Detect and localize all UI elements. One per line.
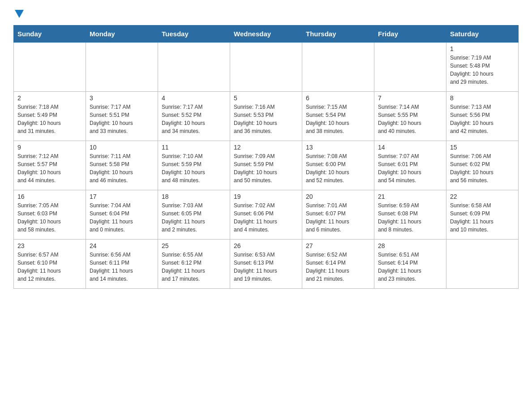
day-info: Sunrise: 6:57 AM Sunset: 6:10 PM Dayligh… xyxy=(17,251,82,283)
day-info: Sunrise: 6:58 AM Sunset: 6:09 PM Dayligh… xyxy=(450,201,515,234)
header-cell-tuesday: Tuesday xyxy=(158,26,230,43)
header-cell-friday: Friday xyxy=(374,26,446,43)
day-number: 6 xyxy=(306,94,370,102)
day-number: 25 xyxy=(162,242,226,249)
day-info: Sunrise: 7:04 AM Sunset: 6:04 PM Dayligh… xyxy=(90,201,154,234)
calendar-cell: 22Sunrise: 6:58 AM Sunset: 6:09 PM Dayli… xyxy=(446,190,519,240)
day-info: Sunrise: 6:53 AM Sunset: 6:13 PM Dayligh… xyxy=(234,251,298,283)
calendar-cell xyxy=(86,43,158,92)
calendar-cell: 7Sunrise: 7:14 AM Sunset: 5:55 PM Daylig… xyxy=(374,92,446,141)
day-number: 22 xyxy=(450,193,515,200)
calendar-cell: 11Sunrise: 7:10 AM Sunset: 5:59 PM Dayli… xyxy=(158,141,230,190)
calendar-cell: 13Sunrise: 7:08 AM Sunset: 6:00 PM Dayli… xyxy=(302,141,374,190)
week-row-1: 1Sunrise: 7:19 AM Sunset: 5:48 PM Daylig… xyxy=(14,43,519,92)
calendar-cell: 4Sunrise: 7:17 AM Sunset: 5:52 PM Daylig… xyxy=(158,92,230,141)
calendar-cell xyxy=(14,43,86,92)
calendar-cell: 20Sunrise: 7:01 AM Sunset: 6:07 PM Dayli… xyxy=(302,190,374,240)
day-info: Sunrise: 7:10 AM Sunset: 5:59 PM Dayligh… xyxy=(162,152,226,184)
day-number: 18 xyxy=(162,193,226,200)
day-number: 5 xyxy=(234,94,298,102)
day-number: 3 xyxy=(90,94,154,102)
calendar-cell xyxy=(158,43,230,92)
day-info: Sunrise: 7:11 AM Sunset: 5:58 PM Dayligh… xyxy=(90,152,154,184)
day-number: 15 xyxy=(450,144,515,151)
day-number: 8 xyxy=(450,94,515,102)
calendar-cell: 15Sunrise: 7:06 AM Sunset: 6:02 PM Dayli… xyxy=(446,141,519,190)
calendar-cell: 27Sunrise: 6:52 AM Sunset: 6:14 PM Dayli… xyxy=(302,240,374,289)
calendar-cell: 18Sunrise: 7:03 AM Sunset: 6:05 PM Dayli… xyxy=(158,190,230,240)
day-info: Sunrise: 7:15 AM Sunset: 5:54 PM Dayligh… xyxy=(306,103,370,135)
day-number: 7 xyxy=(378,94,442,102)
calendar-body: 1Sunrise: 7:19 AM Sunset: 5:48 PM Daylig… xyxy=(14,43,519,289)
day-info: Sunrise: 7:02 AM Sunset: 6:06 PM Dayligh… xyxy=(234,201,298,234)
day-info: Sunrise: 6:59 AM Sunset: 6:08 PM Dayligh… xyxy=(378,201,442,234)
day-info: Sunrise: 7:18 AM Sunset: 5:49 PM Dayligh… xyxy=(17,103,82,135)
day-info: Sunrise: 7:05 AM Sunset: 6:03 PM Dayligh… xyxy=(17,201,82,234)
day-number: 26 xyxy=(234,242,298,249)
day-number: 16 xyxy=(17,193,82,200)
day-info: Sunrise: 7:07 AM Sunset: 6:01 PM Dayligh… xyxy=(378,152,442,184)
day-number: 28 xyxy=(378,242,442,249)
logo xyxy=(13,9,25,17)
calendar-cell: 14Sunrise: 7:07 AM Sunset: 6:01 PM Dayli… xyxy=(374,141,446,190)
header-cell-wednesday: Wednesday xyxy=(230,26,302,43)
day-number: 23 xyxy=(17,242,82,249)
day-number: 19 xyxy=(234,193,298,200)
calendar-cell xyxy=(374,43,446,92)
week-row-2: 2Sunrise: 7:18 AM Sunset: 5:49 PM Daylig… xyxy=(14,92,519,141)
day-number: 24 xyxy=(90,242,154,249)
day-number: 14 xyxy=(378,144,442,151)
calendar-table: SundayMondayTuesdayWednesdayThursdayFrid… xyxy=(13,25,519,289)
day-info: Sunrise: 7:03 AM Sunset: 6:05 PM Dayligh… xyxy=(162,201,226,234)
day-info: Sunrise: 7:17 AM Sunset: 5:52 PM Dayligh… xyxy=(162,103,226,135)
calendar-cell: 6Sunrise: 7:15 AM Sunset: 5:54 PM Daylig… xyxy=(302,92,374,141)
header-cell-sunday: Sunday xyxy=(14,26,86,43)
calendar-cell: 8Sunrise: 7:13 AM Sunset: 5:56 PM Daylig… xyxy=(446,92,519,141)
calendar-cell: 10Sunrise: 7:11 AM Sunset: 5:58 PM Dayli… xyxy=(86,141,158,190)
day-number: 27 xyxy=(306,242,370,249)
day-info: Sunrise: 7:01 AM Sunset: 6:07 PM Dayligh… xyxy=(306,201,370,234)
day-number: 13 xyxy=(306,144,370,151)
day-number: 2 xyxy=(17,94,82,102)
page-header xyxy=(13,9,519,17)
calendar-cell: 17Sunrise: 7:04 AM Sunset: 6:04 PM Dayli… xyxy=(86,190,158,240)
week-row-5: 23Sunrise: 6:57 AM Sunset: 6:10 PM Dayli… xyxy=(14,240,519,289)
day-info: Sunrise: 6:56 AM Sunset: 6:11 PM Dayligh… xyxy=(90,251,154,283)
day-info: Sunrise: 7:14 AM Sunset: 5:55 PM Dayligh… xyxy=(378,103,442,135)
day-info: Sunrise: 7:16 AM Sunset: 5:53 PM Dayligh… xyxy=(234,103,298,135)
day-info: Sunrise: 7:09 AM Sunset: 5:59 PM Dayligh… xyxy=(234,152,298,184)
day-number: 10 xyxy=(90,144,154,151)
calendar-cell: 5Sunrise: 7:16 AM Sunset: 5:53 PM Daylig… xyxy=(230,92,302,141)
day-info: Sunrise: 7:08 AM Sunset: 6:00 PM Dayligh… xyxy=(306,152,370,184)
calendar-cell: 28Sunrise: 6:51 AM Sunset: 6:14 PM Dayli… xyxy=(374,240,446,289)
calendar-header: SundayMondayTuesdayWednesdayThursdayFrid… xyxy=(14,26,519,43)
calendar-cell xyxy=(302,43,374,92)
calendar-cell: 2Sunrise: 7:18 AM Sunset: 5:49 PM Daylig… xyxy=(14,92,86,141)
day-info: Sunrise: 7:19 AM Sunset: 5:48 PM Dayligh… xyxy=(450,54,515,86)
day-info: Sunrise: 6:51 AM Sunset: 6:14 PM Dayligh… xyxy=(378,251,442,283)
week-row-4: 16Sunrise: 7:05 AM Sunset: 6:03 PM Dayli… xyxy=(14,190,519,240)
logo-triangle-icon xyxy=(15,10,24,18)
day-number: 4 xyxy=(162,94,226,102)
day-info: Sunrise: 6:52 AM Sunset: 6:14 PM Dayligh… xyxy=(306,251,370,283)
day-info: Sunrise: 7:12 AM Sunset: 5:57 PM Dayligh… xyxy=(17,152,82,184)
day-number: 17 xyxy=(90,193,154,200)
calendar-cell: 24Sunrise: 6:56 AM Sunset: 6:11 PM Dayli… xyxy=(86,240,158,289)
calendar-cell: 12Sunrise: 7:09 AM Sunset: 5:59 PM Dayli… xyxy=(230,141,302,190)
calendar-cell xyxy=(446,240,519,289)
day-info: Sunrise: 6:55 AM Sunset: 6:12 PM Dayligh… xyxy=(162,251,226,283)
day-info: Sunrise: 7:17 AM Sunset: 5:51 PM Dayligh… xyxy=(90,103,154,135)
calendar-cell: 25Sunrise: 6:55 AM Sunset: 6:12 PM Dayli… xyxy=(158,240,230,289)
calendar-cell: 1Sunrise: 7:19 AM Sunset: 5:48 PM Daylig… xyxy=(446,43,519,92)
day-number: 1 xyxy=(450,45,515,52)
calendar-cell: 16Sunrise: 7:05 AM Sunset: 6:03 PM Dayli… xyxy=(14,190,86,240)
calendar-cell: 9Sunrise: 7:12 AM Sunset: 5:57 PM Daylig… xyxy=(14,141,86,190)
header-cell-saturday: Saturday xyxy=(446,26,519,43)
day-info: Sunrise: 7:13 AM Sunset: 5:56 PM Dayligh… xyxy=(450,103,515,135)
calendar-cell: 3Sunrise: 7:17 AM Sunset: 5:51 PM Daylig… xyxy=(86,92,158,141)
day-number: 11 xyxy=(162,144,226,151)
calendar-cell: 23Sunrise: 6:57 AM Sunset: 6:10 PM Dayli… xyxy=(14,240,86,289)
calendar-cell xyxy=(230,43,302,92)
calendar-cell: 21Sunrise: 6:59 AM Sunset: 6:08 PM Dayli… xyxy=(374,190,446,240)
day-number: 12 xyxy=(234,144,298,151)
